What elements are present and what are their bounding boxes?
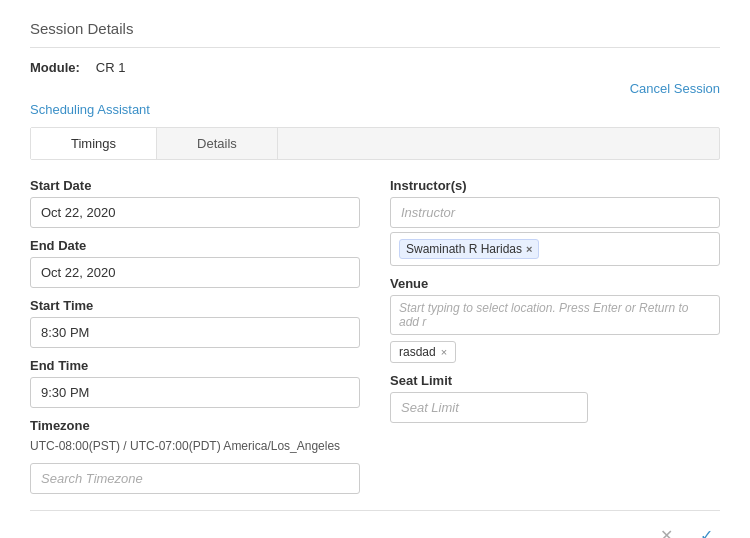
confirm-action-button[interactable]: ✓ [692, 521, 720, 538]
timezone-label: Timezone [30, 418, 360, 433]
instructor-input[interactable] [390, 197, 720, 228]
start-time-input[interactable] [30, 317, 360, 348]
venue-tag-row: rasdad × [390, 341, 720, 363]
module-value: CR 1 [96, 60, 126, 75]
cancel-action-icon: ✕ [660, 526, 673, 539]
end-time-group: End Time [30, 358, 360, 408]
instructors-group: Instructor(s) Swaminath R Haridas × [390, 178, 720, 266]
start-date-label: Start Date [30, 178, 360, 193]
module-label: Module: [30, 60, 80, 75]
seat-limit-input[interactable] [390, 392, 588, 423]
seat-limit-group: Seat Limit [390, 373, 720, 423]
tab-details[interactable]: Details [157, 128, 278, 159]
end-date-group: End Date [30, 238, 360, 288]
end-time-label: End Time [30, 358, 360, 373]
venue-label: Venue [390, 276, 720, 291]
seat-limit-label: Seat Limit [390, 373, 720, 388]
cancel-action-button[interactable]: ✕ [652, 521, 680, 538]
start-time-label: Start Time [30, 298, 360, 313]
scheduling-assistant-link[interactable]: Scheduling Assistant [30, 102, 150, 117]
cancel-session-link[interactable]: Cancel Session [630, 81, 720, 96]
start-time-group: Start Time [30, 298, 360, 348]
timezone-text: UTC-08:00(PST) / UTC-07:00(PDT) America/… [30, 437, 360, 455]
instructor-tag-label: Swaminath R Haridas [406, 242, 522, 256]
end-time-input[interactable] [30, 377, 360, 408]
venue-tag-remove[interactable]: × [441, 346, 447, 358]
instructor-tag: Swaminath R Haridas × [399, 239, 539, 259]
tab-timings[interactable]: Timings [31, 128, 157, 159]
venue-tag-label: rasdad [399, 345, 436, 359]
start-date-input[interactable] [30, 197, 360, 228]
tabs-bar: Timings Details [30, 127, 720, 160]
venue-tag: rasdad × [390, 341, 456, 363]
venue-placeholder: Start typing to select location. Press E… [399, 301, 711, 329]
start-date-group: Start Date [30, 178, 360, 228]
instructors-label: Instructor(s) [390, 178, 720, 193]
end-date-label: End Date [30, 238, 360, 253]
instructor-tag-container: Swaminath R Haridas × [390, 232, 720, 266]
timezone-group: Timezone UTC-08:00(PST) / UTC-07:00(PDT)… [30, 418, 360, 494]
venue-group: Venue Start typing to select location. P… [390, 276, 720, 363]
instructor-tag-remove[interactable]: × [526, 243, 532, 255]
section-title: Session Details [30, 20, 720, 48]
confirm-action-icon: ✓ [700, 526, 713, 539]
right-column: Instructor(s) Swaminath R Haridas × Venu… [390, 178, 720, 494]
bottom-actions: ✕ ✓ [30, 510, 720, 538]
venue-input-container[interactable]: Start typing to select location. Press E… [390, 295, 720, 335]
end-date-input[interactable] [30, 257, 360, 288]
left-column: Start Date End Date Start Time End Time … [30, 178, 360, 494]
timezone-search-input[interactable] [30, 463, 360, 494]
